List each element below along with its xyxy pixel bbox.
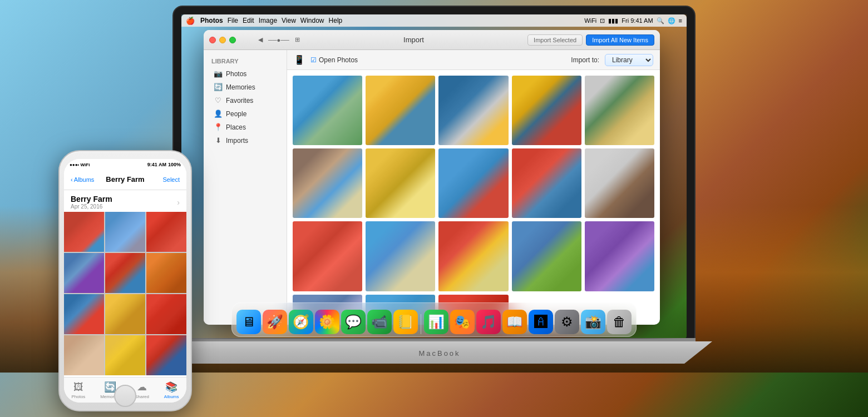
sidebar-item-places[interactable]: 📍 Places: [206, 121, 284, 133]
dock-messages[interactable]: 💬: [341, 310, 366, 334]
iphone-frame: ●●●▪ WiFi 9:41 AM 100% ‹ Albums Berry Fa…: [58, 150, 192, 411]
iphone-photo[interactable]: [105, 212, 145, 252]
menu-view[interactable]: View: [282, 17, 296, 24]
dock-trash[interactable]: 🗑: [607, 310, 632, 334]
iphone-album-arrow: ›: [177, 198, 180, 207]
sidebar-item-people[interactable]: 👤 People: [206, 107, 284, 120]
menu-image[interactable]: Image: [259, 17, 277, 24]
search-icon[interactable]: 🔍: [657, 17, 664, 24]
dock-books[interactable]: 📖: [502, 310, 527, 334]
iphone-photo[interactable]: [105, 335, 145, 375]
macbook-screen: 🍎 Photos File Edit Image View Window Hel…: [181, 14, 687, 339]
menu-file[interactable]: File: [228, 17, 238, 24]
photo-thumb[interactable]: [438, 148, 508, 218]
dock-keynote[interactable]: 🎭: [450, 310, 475, 334]
photo-thumb[interactable]: [438, 76, 508, 145]
dock: 🖥 🚀 🧭 🌼 💬 📹 📒 📊 🎭 🎵 📖 🅰 ⚙ 📸 🗑: [231, 302, 637, 337]
sidebar-item-photos[interactable]: 📷 Photos: [206, 67, 284, 80]
siri-icon[interactable]: 🌐: [668, 17, 675, 24]
import-to-label: Import to:: [571, 56, 599, 64]
iphone-photo[interactable]: [64, 212, 104, 252]
dock-launchpad[interactable]: 🚀: [263, 310, 287, 334]
dock-finder[interactable]: 🖥: [236, 310, 261, 334]
iphone-nav-title: Berry Farm: [106, 175, 144, 183]
photos-window: ◀ ──●── ⊞ Import Import Selected Import …: [204, 30, 660, 325]
iphone-signal: ●●●▪ WiFi: [70, 162, 90, 167]
close-button[interactable]: [209, 37, 216, 43]
photo-thumb[interactable]: [512, 148, 581, 218]
photo-thumb[interactable]: [512, 76, 581, 145]
iphone-tab-photos[interactable]: 🖼 Photos: [71, 381, 85, 399]
iphone-home-button[interactable]: [114, 385, 136, 407]
toolbar-back[interactable]: ◀: [258, 36, 263, 43]
minimize-button[interactable]: [219, 37, 226, 43]
photo-thumb[interactable]: [366, 221, 435, 291]
window-action-buttons: Import Selected Import All New Items: [527, 34, 654, 46]
iphone-volume-up: [58, 196, 59, 212]
control-center-icon[interactable]: ≡: [679, 17, 682, 24]
macbook-device: 🍎 Photos File Edit Image View Window Hel…: [172, 6, 707, 406]
dock-numbers[interactable]: 📊: [424, 310, 448, 334]
dock-notes[interactable]: 📒: [393, 310, 418, 334]
dock-systemprefs[interactable]: ⚙: [555, 310, 579, 334]
import-destination-dropdown[interactable]: Library: [605, 54, 653, 66]
menu-help[interactable]: Help: [329, 17, 343, 24]
open-photos-label: Open Photos: [319, 56, 358, 64]
import-all-button[interactable]: Import All New Items: [586, 34, 654, 46]
import-selected-button[interactable]: Import Selected: [527, 34, 583, 46]
macbook-label: MacBook: [418, 349, 460, 358]
sidebar-imports-label: Imports: [226, 137, 248, 145]
dock-facetime[interactable]: 📹: [367, 310, 392, 334]
photo-thumb[interactable]: [293, 148, 362, 218]
photo-grid-container: [287, 70, 660, 325]
iphone-back-button[interactable]: ‹ Albums: [71, 176, 94, 183]
dock-appstore[interactable]: 🅰: [529, 310, 553, 334]
iphone-select-button[interactable]: Select: [162, 176, 180, 183]
iphone-photo[interactable]: [146, 253, 186, 293]
iphone-album-info: Berry Farm Apr 25, 2016 ›: [64, 190, 186, 212]
photo-thumb[interactable]: [512, 221, 581, 291]
iphone-tab-albums[interactable]: 📚 Albums: [164, 381, 179, 399]
sidebar-item-favorites[interactable]: ♡ Favorites: [206, 94, 284, 107]
sidebar-item-memories[interactable]: 🔄 Memories: [206, 81, 284, 93]
macos-desktop: 🍎 Photos File Edit Image View Window Hel…: [181, 14, 687, 339]
menu-window[interactable]: Window: [300, 17, 324, 24]
photo-thumb[interactable]: [293, 76, 362, 145]
sidebar-places-label: Places: [226, 123, 246, 131]
menu-edit[interactable]: Edit: [243, 17, 254, 24]
dock-photos[interactable]: 🌼: [315, 310, 339, 334]
iphone-photo[interactable]: [105, 253, 145, 293]
sidebar-memories-label: Memories: [226, 83, 255, 91]
menubar: 🍎 Photos File Edit Image View Window Hel…: [181, 14, 687, 27]
sidebar-favorites-label: Favorites: [226, 97, 253, 105]
iphone-photo[interactable]: [146, 335, 186, 375]
iphone-tab-shared[interactable]: ☁ Shared: [135, 381, 149, 399]
iphone-photo[interactable]: [105, 294, 145, 334]
iphone-photo[interactable]: [64, 253, 104, 293]
dock-safari[interactable]: 🧭: [289, 310, 313, 334]
iphone-navbar: ‹ Albums Berry Farm Select: [64, 169, 186, 190]
iphone-album-title: Berry Farm: [71, 195, 112, 203]
photo-thumb[interactable]: [366, 76, 435, 145]
photo-thumb[interactable]: [293, 221, 362, 291]
sidebar-item-imports[interactable]: ⬇ Imports: [206, 134, 284, 147]
iphone-photo[interactable]: [64, 335, 104, 375]
photo-thumb[interactable]: [585, 148, 654, 218]
iphone-photo-grid: [64, 212, 186, 375]
dock-photos2[interactable]: 📸: [581, 310, 605, 334]
photo-thumb[interactable]: [438, 221, 508, 291]
apple-menu-icon[interactable]: 🍎: [186, 17, 195, 25]
dock-music[interactable]: 🎵: [476, 310, 501, 334]
photo-thumb[interactable]: [585, 221, 654, 291]
memories-sidebar-icon: 🔄: [214, 83, 223, 91]
maximize-button[interactable]: [229, 37, 236, 43]
iphone-photo[interactable]: [146, 212, 186, 252]
toolbar-grid-icon[interactable]: ⊞: [295, 36, 300, 43]
app-name[interactable]: Photos: [200, 17, 223, 24]
iphone-statusbar: ●●●▪ WiFi 9:41 AM 100%: [64, 159, 186, 169]
photo-thumb[interactable]: [366, 148, 435, 218]
open-photos-checkbox[interactable]: ☑ Open Photos: [310, 56, 358, 64]
iphone-photo[interactable]: [64, 294, 104, 334]
iphone-photo[interactable]: [146, 294, 186, 334]
photo-thumb[interactable]: [585, 76, 654, 145]
